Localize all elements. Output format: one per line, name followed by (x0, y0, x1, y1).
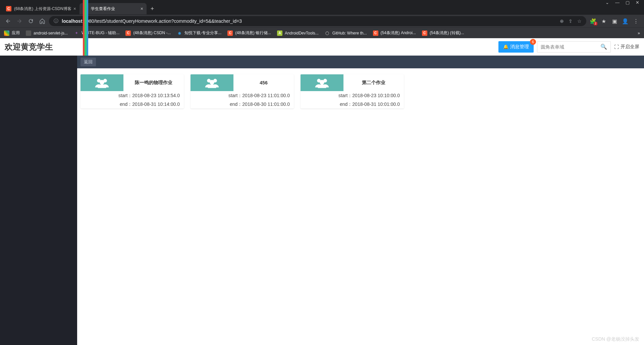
app-header: 欢迎黄竞学生 🔔 消息管理 6 🔍 ⛶ 开启全屏 (0, 38, 644, 56)
bookmark-item[interactable]: ◉知悦下载-专业分享... (177, 30, 221, 36)
homework-card[interactable]: 456 start：2018-08-23 11:01:00.0 end：2018… (191, 74, 294, 109)
homework-end: end：2018-08-31 10:14:00.0 (80, 100, 184, 109)
app-container: 欢迎黄竞学生 🔔 消息管理 6 🔍 ⛶ 开启全屏 返回 (0, 38, 644, 345)
info-icon[interactable]: ⓘ (54, 18, 58, 24)
homework-title: 456 (233, 74, 294, 91)
bookmark-star-icon[interactable]: ☆ (577, 18, 582, 24)
zhiyue-icon: ◉ (177, 30, 182, 36)
expand-icon: ⛶ (614, 44, 619, 50)
browser-chrome: ⌄ ― ▢ ✕ C (68条消息) 上传资源-CSDN博客 × 学生查看作业 ×… (0, 0, 644, 38)
url-text: localhost:8080/test5/studentQueryHomewor… (62, 18, 242, 24)
message-manage-button[interactable]: 🔔 消息管理 6 (498, 41, 534, 53)
search-wrap: 🔍 (537, 41, 611, 53)
extension-icons: 🧩2 ★ ▣ 👤 ⋮ (588, 18, 641, 24)
svg-point-8 (320, 80, 324, 84)
tab-title: 学生查看作业 (91, 6, 139, 12)
bell-icon: 🔔 (503, 44, 508, 49)
svg-point-2 (100, 80, 104, 84)
maximize-button[interactable]: ▢ (626, 0, 630, 5)
app-body: 返回 陈一鸣的物理作业 start：2018-08-23 10:13:54.0 … (0, 56, 644, 345)
homework-end: end：2018-08-30 11:01:00.0 (191, 100, 294, 109)
tab-title: (68条消息) 上传资源-CSDN博客 (14, 6, 71, 12)
bookmark-item[interactable]: AAndroidDevTools... (277, 30, 319, 36)
bookmarks-overflow[interactable]: » (638, 31, 640, 36)
search-icon[interactable]: 🔍 (600, 44, 607, 50)
address-bar[interactable]: ⓘ localhost:8080/test5/studentQueryHomew… (49, 16, 586, 26)
homework-cards: 陈一鸣的物理作业 start：2018-08-23 10:13:54.0 end… (77, 68, 644, 115)
close-window-button[interactable]: ✕ (636, 0, 639, 5)
breadcrumb-bar: 返回 (77, 56, 644, 68)
forward-nav-button[interactable] (15, 16, 24, 26)
new-tab-button[interactable]: + (147, 5, 158, 12)
bookmark-apps[interactable]: 应用 (4, 30, 20, 36)
group-icon (191, 74, 233, 91)
homework-start: start：2018-08-23 10:10:00.0 (301, 91, 404, 100)
homework-title: 第二个作业 (343, 74, 404, 91)
group-icon (80, 74, 123, 91)
extension-icon[interactable]: 🧩2 (590, 18, 596, 24)
bookmark-item[interactable]: ◯GitHub: Where th... (325, 30, 367, 36)
homework-card[interactable]: 陈一鸣的物理作业 start：2018-08-23 10:13:54.0 end… (80, 74, 184, 109)
extensions-menu-icon[interactable]: ★ (600, 18, 607, 24)
share-icon[interactable]: ⇪ (569, 18, 573, 24)
sidebar (0, 56, 77, 345)
bookmark-item[interactable]: C(48条消息) 银行储... (227, 30, 271, 36)
bookmark-item[interactable]: C(54条消息) (转载)... (422, 30, 464, 36)
address-bar-row: ⓘ localhost:8080/test5/studentQueryHomew… (0, 15, 644, 27)
csdn-icon: C (125, 30, 131, 36)
bookmarks-bar: 应用 android-servlet-js... ✦WRITE-BUG - 辅助… (0, 27, 644, 38)
browser-tabs: C (68条消息) 上传资源-CSDN博客 × 学生查看作业 × + (0, 3, 644, 15)
profile-icon[interactable]: 👤 (622, 18, 629, 24)
watermark: CSDN @老杨没掉头发 (592, 336, 639, 342)
dropdown-icon[interactable]: ⌄ (605, 0, 609, 5)
group-icon (301, 74, 343, 91)
bookmark-item[interactable]: ✦WRITE-BUG - 辅助... (74, 30, 119, 36)
writebug-icon: ✦ (74, 30, 79, 36)
homework-card[interactable]: 第二个作业 start：2018-08-23 10:10:00.0 end：20… (301, 74, 404, 109)
back-button[interactable]: 返回 (80, 58, 96, 66)
page-icon (26, 30, 31, 36)
android-icon: A (277, 30, 282, 36)
minimize-button[interactable]: ― (615, 0, 620, 5)
homework-start: start：2018-08-23 11:01:00.0 (191, 91, 294, 100)
sidepanel-icon[interactable]: ▣ (611, 18, 618, 24)
browser-tab-0[interactable]: C (68条消息) 上传资源-CSDN博客 × (3, 3, 79, 14)
zoom-icon[interactable]: ⊕ (560, 18, 564, 24)
bookmark-item[interactable]: C(54条消息) Androi... (373, 30, 416, 36)
csdn-icon: C (422, 30, 427, 36)
bookmark-item[interactable]: android-servlet-js... (26, 30, 68, 36)
search-input[interactable] (541, 44, 600, 50)
homework-title: 陈一鸣的物理作业 (123, 74, 184, 91)
csdn-icon: C (227, 30, 233, 36)
home-button[interactable] (38, 16, 47, 26)
page-title: 欢迎黄竞学生 (5, 42, 53, 52)
homework-end: end：2018-08-31 10:01:00.0 (301, 100, 404, 109)
svg-point-5 (210, 80, 214, 84)
csdn-favicon-icon: C (6, 6, 11, 11)
fullscreen-button[interactable]: ⛶ 开启全屏 (614, 44, 639, 50)
menu-icon[interactable]: ⋮ (633, 18, 639, 24)
browser-tab-1[interactable]: 学生查看作业 × (79, 3, 147, 14)
back-nav-button[interactable] (3, 16, 13, 26)
csdn-icon: C (373, 30, 378, 36)
main-content: 返回 陈一鸣的物理作业 start：2018-08-23 10:13:54.0 … (77, 56, 644, 345)
apps-icon (4, 30, 9, 36)
window-titlebar: ⌄ ― ▢ ✕ (0, 0, 644, 3)
github-icon: ◯ (325, 30, 330, 36)
bookmark-item[interactable]: C(48条消息) CSDN -... (125, 30, 171, 36)
message-count-badge: 6 (530, 39, 536, 45)
homework-start: start：2018-08-23 10:13:54.0 (80, 91, 184, 100)
close-tab-button[interactable]: × (141, 6, 143, 11)
reload-button[interactable] (26, 16, 36, 26)
close-tab-button[interactable]: × (73, 6, 76, 11)
